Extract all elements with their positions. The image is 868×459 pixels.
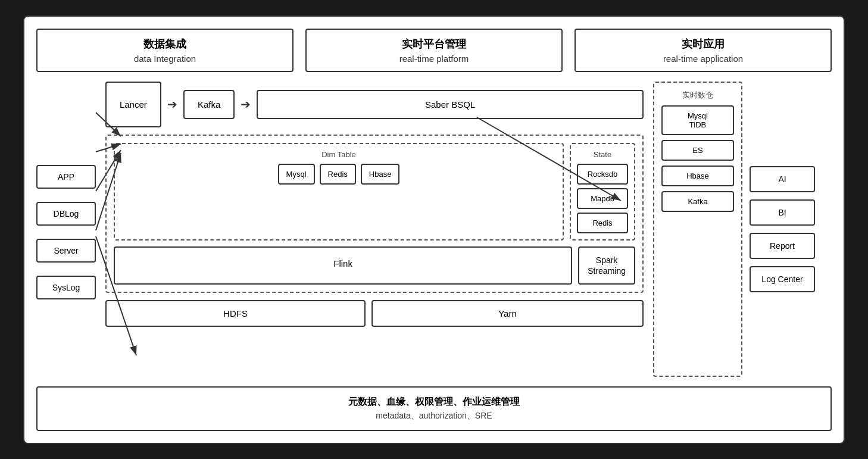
header-col1-cn: 数据集成	[49, 37, 280, 51]
warehouse-mysql-tidb: MysqlTiDB	[661, 105, 734, 135]
source-syslog: SysLog	[36, 276, 96, 299]
warehouse-items: MysqlTiDB ES Hbase Kafka	[661, 105, 734, 212]
hdfs-box: HDFS	[105, 300, 366, 327]
state-mapdb: Mapdb	[577, 188, 628, 209]
arrow-kafka-saber: ➔	[241, 97, 251, 111]
diagram-area: APP DBLog Server SysLog Lancer ➔ Kafka ➔…	[36, 82, 832, 377]
bottom-bar: 元数据、血缘、权限管理、作业运维管理 metadata、authorizatio…	[36, 386, 832, 431]
warehouse-hbase: Hbase	[661, 166, 734, 186]
sources-column: APP DBLog Server SysLog	[36, 82, 96, 377]
dim-state-row: Dim Table Mysql Redis Hbase State Rocksd…	[114, 143, 635, 241]
app-bi: BI	[750, 199, 815, 226]
source-dblog: DBLog	[36, 202, 96, 226]
header-col2-en: real-time platform	[319, 54, 549, 64]
dim-table-section: Dim Table Mysql Redis Hbase	[114, 143, 564, 241]
bottom-cn: 元数据、血缘、权限管理、作业运维管理	[46, 396, 822, 408]
bottom-en: metadata、authorization、SRE	[46, 411, 822, 421]
main-frame: 数据集成 data Integration 实时平台管理 real-time p…	[23, 15, 845, 444]
warehouse-es: ES	[661, 140, 734, 161]
lancer-box: Lancer	[105, 82, 161, 127]
dim-mysql: Mysql	[278, 164, 315, 185]
kafka-box: Kafka	[183, 90, 235, 119]
state-rocksdb: Rocksdb	[577, 164, 628, 185]
right-section: 实时数仓 MysqlTiDB ES Hbase Kafka AI BI Repo…	[653, 82, 832, 377]
header-realtime-app: 实时应用 real-time application	[574, 29, 832, 72]
storage-row: HDFS Yarn	[105, 300, 644, 327]
yarn-box: Yarn	[371, 300, 644, 327]
spark-box: SparkStreaming	[578, 246, 635, 285]
header-col3-cn: 实时应用	[588, 37, 819, 51]
header-row: 数据集成 data Integration 实时平台管理 real-time p…	[36, 29, 832, 72]
top-flow: Lancer ➔ Kafka ➔ Saber BSQL	[105, 82, 644, 127]
engine-row: Flink SparkStreaming	[114, 246, 635, 285]
platform-tools: Dim Table Mysql Redis Hbase State Rocksd…	[105, 135, 644, 293]
warehouse-kafka: Kafka	[661, 191, 734, 212]
header-col3-en: real-time application	[588, 54, 819, 64]
arrow-lancer-kafka: ➔	[167, 97, 177, 111]
header-col1-en: data Integration	[49, 54, 280, 64]
flink-box: Flink	[114, 246, 572, 285]
app-ai: AI	[750, 166, 815, 192]
center-area: Lancer ➔ Kafka ➔ Saber BSQL Dim Table My…	[105, 82, 644, 377]
dim-table-label: Dim Table	[121, 150, 557, 159]
state-label: State	[577, 150, 628, 159]
source-app: APP	[36, 165, 96, 189]
warehouse-label: 实时数仓	[661, 90, 734, 101]
dim-table-items: Mysql Redis Hbase	[121, 164, 557, 185]
header-realtime-platform: 实时平台管理 real-time platform	[305, 29, 563, 72]
dim-hbase: Hbase	[361, 164, 400, 185]
state-redis: Redis	[577, 213, 628, 233]
app-logcenter: Log Center	[750, 266, 815, 292]
state-section: State Rocksdb Mapdb Redis	[570, 143, 635, 241]
state-items: Rocksdb Mapdb Redis	[577, 164, 628, 233]
app-report: Report	[750, 233, 815, 259]
app-column: AI BI Report Log Center	[750, 82, 815, 377]
saber-box: Saber BSQL	[257, 90, 644, 119]
realtime-warehouse: 实时数仓 MysqlTiDB ES Hbase Kafka	[653, 82, 742, 377]
dim-redis: Redis	[320, 164, 356, 185]
header-data-integration: 数据集成 data Integration	[36, 29, 294, 72]
header-col2-cn: 实时平台管理	[319, 37, 549, 51]
spark-label: SparkStreaming	[588, 255, 626, 276]
source-server: Server	[36, 239, 96, 263]
